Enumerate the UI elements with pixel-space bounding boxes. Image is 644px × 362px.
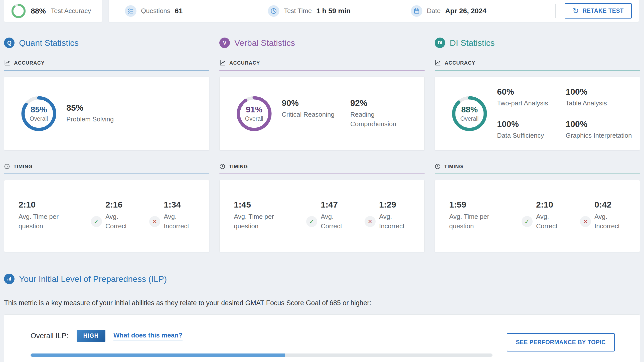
test-accuracy-donut bbox=[11, 4, 26, 18]
quant-overall-donut: 85% Overall bbox=[21, 96, 56, 131]
stat-item: 100% Data Sufficiency bbox=[497, 119, 566, 140]
verbal-overall-donut: 91% Overall bbox=[237, 96, 272, 131]
di-section-icon: DI bbox=[435, 38, 445, 48]
check-icon: ✓ bbox=[306, 216, 317, 227]
topbar-divider bbox=[555, 4, 556, 18]
test-time-group: Test Time 1 h 59 min bbox=[268, 5, 411, 17]
avg-correct: ✓ 2:10 Avg. Correct bbox=[522, 200, 580, 252]
quant-header: Q Quant Statistics bbox=[4, 38, 209, 48]
avg-time-per-question: 1:45 Avg. Time per question bbox=[234, 200, 306, 252]
di-timing-label: TIMING bbox=[444, 164, 463, 169]
date-group: Date Apr 26, 2024 bbox=[411, 5, 554, 17]
ilp-title: Your Initial Level of Preparedness (ILP) bbox=[19, 274, 167, 284]
stat-item: 85% Problem Solving bbox=[66, 103, 135, 124]
test-accuracy-value: 88% bbox=[31, 7, 46, 15]
ilp-section: Your Initial Level of Preparedness (ILP)… bbox=[4, 274, 640, 362]
di-overall-label: Overall bbox=[460, 115, 479, 122]
verbal-timing-label: TIMING bbox=[229, 164, 248, 169]
retake-test-label: RETAKE TEST bbox=[582, 8, 624, 14]
di-accuracy-underline bbox=[435, 70, 640, 71]
di-timing-subheader: TIMING bbox=[435, 163, 640, 169]
di-accuracy-label: ACCURACY bbox=[445, 60, 475, 66]
ilp-progress-fill bbox=[31, 353, 285, 357]
chart-icon bbox=[219, 60, 226, 66]
di-breakdown: 60% Two-part Analysis 100% Table Analysi… bbox=[497, 87, 632, 140]
quant-breakdown: 85% Problem Solving bbox=[66, 103, 135, 124]
quant-timing-underline bbox=[4, 173, 209, 174]
check-icon: ✓ bbox=[522, 216, 533, 227]
verbal-header: V Verbal Statistics bbox=[219, 38, 425, 48]
verbal-accuracy-card: 91% Overall 90% Critical Reasoning 92% R… bbox=[219, 77, 425, 150]
verbal-accuracy-label: ACCURACY bbox=[229, 60, 260, 66]
ilp-bar-chart-icon bbox=[4, 274, 15, 284]
check-icon: ✓ bbox=[91, 216, 102, 227]
ilp-underline bbox=[4, 290, 640, 290]
di-overall-percent: 88% bbox=[461, 105, 478, 114]
verbal-overall-percent: 91% bbox=[246, 105, 262, 114]
what-does-this-mean-link[interactable]: What does this mean? bbox=[113, 331, 183, 340]
quant-accuracy-subheader: ACCURACY bbox=[4, 60, 209, 66]
di-title: DI Statistics bbox=[450, 38, 495, 48]
scale-low-label: LOW bbox=[31, 361, 43, 362]
ilp-progress-track bbox=[31, 353, 493, 357]
retake-test-button[interactable]: ↻ RETAKE TEST bbox=[565, 3, 632, 19]
scale-high-label: HIGH bbox=[479, 361, 493, 362]
stat-item: 90% Critical Reasoning bbox=[282, 98, 350, 129]
di-statistics-section: DI DI Statistics ACCURACY 88% bbox=[435, 38, 640, 252]
verbal-title: Verbal Statistics bbox=[234, 38, 295, 48]
date-value: Apr 26, 2024 bbox=[445, 7, 487, 15]
stat-item: 92% Reading Comprehension bbox=[350, 98, 402, 129]
ilp-scale-labels: LOW MEDIUM HIGH bbox=[31, 361, 493, 362]
questions-value: 61 bbox=[175, 7, 183, 15]
clock-outline-icon bbox=[4, 163, 10, 169]
test-accuracy-card: 88% Test Accuracy bbox=[4, 0, 102, 22]
quant-overall-percent: 85% bbox=[31, 105, 47, 114]
di-overall-donut: 88% Overall bbox=[452, 96, 487, 131]
stat-item: 100% Graphics Interpretation bbox=[566, 119, 632, 140]
date-label: Date bbox=[427, 7, 441, 15]
di-header: DI DI Statistics bbox=[435, 38, 640, 48]
scale-medium-label: MEDIUM bbox=[250, 361, 272, 362]
clock-outline-icon bbox=[219, 163, 225, 169]
stat-item: 60% Two-part Analysis bbox=[497, 87, 566, 108]
calendar-icon bbox=[411, 5, 422, 17]
clock-outline-icon bbox=[435, 163, 441, 169]
test-accuracy-label: Test Accuracy bbox=[51, 7, 91, 15]
quant-overall-label: Overall bbox=[30, 115, 48, 122]
quant-accuracy-card: 85% Overall 85% Problem Solving bbox=[4, 77, 209, 150]
statistics-columns: Q Quant Statistics ACCURACY 85% bbox=[4, 38, 640, 252]
cross-icon: ✕ bbox=[149, 216, 160, 227]
di-timing-underline bbox=[435, 173, 640, 174]
test-time-label: Test Time bbox=[284, 7, 312, 15]
test-time-value: 1 h 59 min bbox=[316, 7, 351, 15]
avg-incorrect: ✕ 1:34 Avg. Incorrect bbox=[149, 200, 195, 252]
verbal-statistics-section: V Verbal Statistics ACCURACY 91% bbox=[219, 38, 425, 252]
verbal-overall-label: Overall bbox=[245, 115, 263, 122]
quant-section-icon: Q bbox=[4, 38, 15, 48]
overall-ilp-label: Overall ILP: bbox=[31, 332, 69, 340]
cross-icon: ✕ bbox=[365, 216, 376, 227]
overall-ilp-row: Overall ILP: HIGH What does this mean? bbox=[31, 330, 493, 342]
avg-time-per-question: 1:59 Avg. Time per question bbox=[449, 200, 522, 252]
quant-accuracy-label: ACCURACY bbox=[14, 60, 45, 66]
quant-timing-subheader: TIMING bbox=[4, 163, 209, 169]
top-stats-bar: 88% Test Accuracy Questions 61 Test Time bbox=[0, 0, 644, 22]
questions-checklist-icon bbox=[125, 5, 136, 17]
verbal-timing-underline bbox=[219, 173, 425, 174]
verbal-timing-subheader: TIMING bbox=[219, 163, 425, 169]
questions-group: Questions 61 bbox=[125, 5, 268, 17]
questions-label: Questions bbox=[141, 7, 170, 15]
quant-timing-label: TIMING bbox=[14, 164, 33, 169]
chart-icon bbox=[4, 60, 11, 66]
cross-icon: ✕ bbox=[580, 216, 591, 227]
di-accuracy-subheader: ACCURACY bbox=[435, 60, 640, 66]
avg-incorrect: ✕ 0:42 Avg. Incorrect bbox=[580, 200, 626, 252]
avg-correct: ✓ 1:47 Avg. Correct bbox=[306, 200, 365, 252]
ilp-high-badge: HIGH bbox=[77, 330, 106, 342]
di-accuracy-card: 88% Overall 60% Two-part Analysis 100% T… bbox=[435, 77, 640, 150]
verbal-accuracy-underline bbox=[219, 70, 425, 71]
quant-title: Quant Statistics bbox=[19, 38, 79, 48]
verbal-breakdown: 90% Critical Reasoning 92% Reading Compr… bbox=[282, 98, 402, 129]
verbal-timing-card: 1:45 Avg. Time per question ✓ 1:47 Avg. … bbox=[219, 180, 425, 252]
see-performance-by-topic-button[interactable]: SEE PERFORMANCE BY TOPIC bbox=[507, 333, 615, 351]
